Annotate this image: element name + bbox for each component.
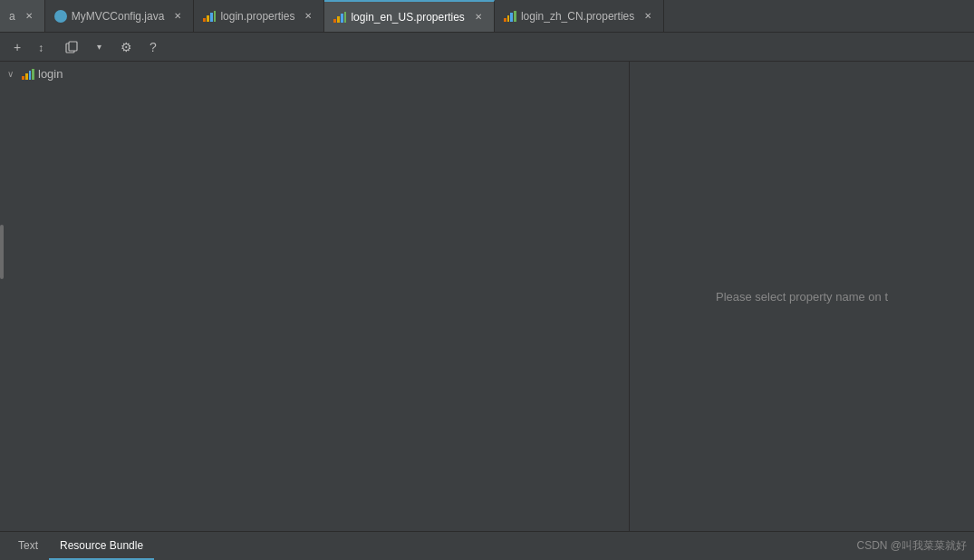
tab-login-en-close[interactable]: ✕ (472, 11, 485, 24)
bottom-tab-text[interactable]: Text (7, 532, 49, 560)
scroll-indicator (0, 225, 4, 279)
tree-root-label: login (38, 67, 63, 81)
right-panel: Please select property name on t (630, 62, 974, 531)
tab-mymvc-close[interactable]: ✕ (171, 10, 184, 23)
props-icon-2 (333, 12, 346, 23)
tree-root-icon (22, 69, 34, 80)
tab-login-props-close[interactable]: ✕ (302, 10, 314, 23)
tab-a[interactable]: a ✕ (0, 0, 45, 32)
tab-login-zh-label: login_zh_CN.properties (521, 10, 634, 23)
tab-mymvc[interactable]: MyMVCConfig.java ✕ (45, 0, 195, 32)
bottom-tabs: Text Resource Bundle (7, 532, 154, 560)
bottom-bar: Text Resource Bundle CSDN @叫我菜菜就好 (0, 531, 974, 560)
main-area: ∨ login Please select property name on t (0, 62, 974, 531)
svg-rect-2 (69, 42, 77, 51)
svg-text:↕: ↕ (38, 42, 43, 53)
right-message: Please select property name on t (716, 290, 888, 304)
help-button[interactable]: ? (143, 37, 163, 57)
tab-login-en-label: login_en_US.properties (351, 11, 464, 24)
tree-collapse-arrow[interactable]: ∨ (7, 69, 18, 79)
tab-login-zh[interactable]: login_zh_CN.properties ✕ (495, 0, 664, 32)
tree-area[interactable]: ∨ login (0, 62, 629, 531)
left-panel: ∨ login (0, 62, 630, 531)
java-icon (54, 10, 67, 23)
tab-login-props[interactable]: login.properties ✕ (194, 0, 324, 32)
dropdown-button[interactable]: ▾ (89, 37, 109, 57)
props-icon-3 (504, 11, 516, 22)
copy-button[interactable] (62, 37, 82, 57)
tab-mymvc-label: MyMVCConfig.java (72, 10, 165, 23)
bottom-tab-resource[interactable]: Resource Bundle (49, 532, 154, 560)
tab-login-props-label: login.properties (220, 10, 294, 23)
props-icon-1 (203, 11, 216, 22)
tab-login-zh-close[interactable]: ✕ (641, 10, 654, 23)
sort-button[interactable]: ↕ (34, 37, 54, 57)
tab-login-en[interactable]: login_en_US.properties ✕ (324, 0, 494, 32)
add-button[interactable]: + (7, 37, 27, 57)
tab-a-close[interactable]: ✕ (23, 10, 35, 23)
tab-bar: a ✕ MyMVCConfig.java ✕ login.properties … (0, 0, 974, 33)
tab-a-label: a (9, 10, 15, 23)
tree-root-item[interactable]: ∨ login (0, 65, 629, 82)
bottom-right-text: CSDN @叫我菜菜就好 (856, 538, 967, 554)
toolbar: + ↕ ▾ ⚙ ? (0, 33, 974, 62)
settings-button[interactable]: ⚙ (116, 37, 136, 57)
